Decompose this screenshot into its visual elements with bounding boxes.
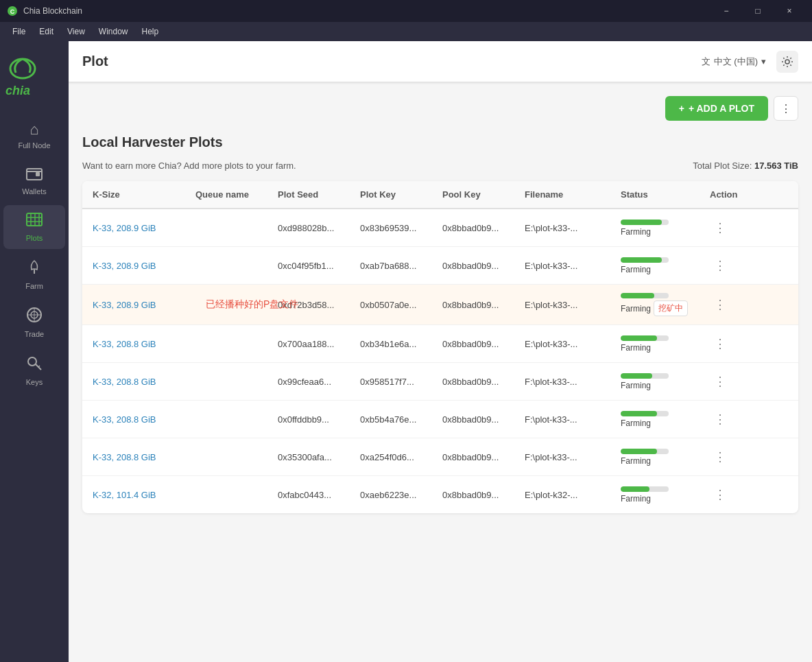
filename-cell: F:\plot-k33-... (525, 452, 621, 462)
close-button[interactable]: × (774, 0, 805, 22)
row-action-button[interactable]: ⋮ (710, 255, 730, 276)
total-size-label: Total Plot Size: (693, 161, 752, 171)
action-cell: ⋮ (710, 217, 765, 238)
ksize-cell: K-33, 208.8 GiB (93, 377, 195, 387)
row-action-button[interactable]: ⋮ (710, 294, 730, 315)
col-ksize: K-Size (93, 189, 195, 200)
table-row: K-33, 208.8 GiB 0x35300afa... 0xa254f0d6… (82, 438, 798, 476)
poolkey-cell: 0x8bbad0b9... (442, 452, 525, 462)
section-title: Local Harvester Plots (82, 134, 798, 150)
sidebar-item-farm[interactable]: Farm (3, 252, 65, 297)
table-row: K-33, 208.8 GiB 0x0ffddbb9... 0xb5b4a76e… (82, 401, 798, 438)
svg-point-16 (28, 357, 36, 366)
sidebar: chia ⌂ Full Node Wallets (0, 41, 69, 662)
section-subtitle: Want to earn more Chia? Add more plots t… (82, 161, 798, 171)
table-row: K-33, 208.8 GiB 0x99cfeaa6... 0x958517f7… (82, 363, 798, 401)
action-cell: ⋮ (710, 447, 765, 467)
table-header: K-Size Queue name Plot Seed Plot Key Poo… (82, 181, 798, 209)
plotkey-cell: 0xb5b4a76e... (360, 414, 442, 425)
sidebar-item-wallets[interactable]: Wallets (3, 159, 65, 202)
more-options-button[interactable]: ⋮ (774, 96, 798, 121)
sidebar-item-plots[interactable]: Plots (3, 205, 65, 249)
sidebar-label-plots: Plots (26, 234, 43, 242)
app-container: chia ⌂ Full Node Wallets (0, 41, 812, 662)
plotkey-cell: 0x958517f7... (360, 377, 442, 387)
language-selector[interactable]: 文 中文 (中国) ▾ (702, 56, 766, 68)
ksize-cell: K-33, 208.8 GiB (93, 452, 195, 462)
menu-help[interactable]: Help (135, 24, 166, 39)
table-row: K-33, 208.9 GiB 0xd988028b... 0x83b69539… (82, 209, 798, 247)
status-cell: Farming (621, 486, 710, 504)
filename-cell: E:\plot-k33-... (525, 261, 621, 271)
poolkey-cell: 0x8bbad0b9... (442, 339, 525, 349)
seed-cell: 0x0ffddbb9... (278, 414, 360, 425)
total-plot-size: Total Plot Size: 17.563 TiB (693, 161, 798, 171)
total-size-value: 17.563 TiB (754, 161, 798, 171)
minimize-button[interactable]: − (710, 0, 742, 22)
ksize-cell: K-32, 101.4 GiB (93, 490, 195, 500)
filename-cell: E:\plot-k33-... (525, 300, 621, 310)
status-cell: Farming (621, 373, 710, 390)
row-action-button[interactable]: ⋮ (710, 484, 730, 505)
poolkey-cell: 0x8bbad0b9... (442, 490, 525, 500)
svg-line-18 (38, 366, 40, 367)
add-plot-button[interactable]: + + ADD A PLOT (665, 96, 768, 121)
menubar: File Edit View Window Help (0, 22, 812, 41)
sidebar-item-keys[interactable]: Keys (3, 348, 65, 393)
menu-file[interactable]: File (5, 24, 32, 39)
sidebar-label-keys: Keys (26, 378, 43, 386)
sidebar-item-full-node[interactable]: ⌂ Full Node (3, 114, 65, 156)
table-row: K-33, 208.8 GiB 0x700aa188... 0xb34b1e6a… (82, 325, 798, 363)
poolkey-cell: 0x8bbad0b9... (442, 414, 525, 425)
sidebar-item-trade[interactable]: Trade (3, 300, 65, 345)
sidebar-label-trade: Trade (25, 330, 44, 338)
svg-point-19 (785, 60, 789, 64)
chevron-down-icon: ▾ (761, 56, 766, 67)
col-seed: Plot Seed (278, 189, 360, 200)
maximize-button[interactable]: □ (742, 0, 774, 22)
settings-button[interactable] (776, 51, 798, 73)
ksize-cell: K-33, 208.9 GiB (93, 223, 195, 233)
action-cell: ⋮ (710, 371, 765, 392)
content-area[interactable]: + + ADD A PLOT ⋮ Local Harvester Plots W… (69, 82, 812, 662)
menu-edit[interactable]: Edit (32, 24, 60, 39)
row-action-button[interactable]: ⋮ (710, 409, 730, 429)
filename-cell: E:\plot-k33-... (525, 339, 621, 349)
sidebar-logo: chia (0, 48, 69, 104)
sidebar-label-wallets: Wallets (22, 187, 47, 196)
menu-view[interactable]: View (60, 24, 92, 39)
row-action-button[interactable]: ⋮ (710, 217, 730, 238)
add-plot-label: + ADD A PLOT (689, 103, 754, 114)
filename-cell: F:\plot-k33-... (525, 377, 621, 387)
ksize-cell: K-33, 208.9 GiB (93, 261, 195, 271)
col-poolkey: Pool Key (442, 189, 525, 200)
seed-cell: 0x700aa188... (278, 339, 360, 349)
mining-badge: 挖矿中 (654, 300, 688, 316)
wallet-icon (26, 166, 43, 185)
row-action-button[interactable]: ⋮ (710, 371, 730, 392)
status-cell: Farming (621, 411, 710, 428)
poolkey-cell: 0x8bbad0b9... (442, 261, 525, 271)
header: Plot 文 中文 (中国) ▾ (69, 41, 812, 82)
section-header: Local Harvester Plots Want to earn more … (82, 134, 798, 171)
seed-cell: 0x99cfeaa6... (278, 377, 360, 387)
table-row: K-33, 208.9 GiB 0xc04f95fb1... 0xab7ba68… (82, 247, 798, 285)
action-cell: ⋮ (710, 409, 765, 429)
earn-more-text: Want to earn more Chia? Add more plots t… (82, 161, 296, 171)
ksize-cell: K-33, 208.9 GiB (93, 300, 195, 310)
col-filename: Filename (525, 189, 621, 200)
col-queue: Queue name (195, 189, 278, 200)
plotkey-cell: 0xab7ba688... (360, 261, 442, 271)
row-action-button[interactable]: ⋮ (710, 333, 730, 354)
app-icon: C (7, 5, 18, 16)
action-cell: ⋮ (710, 484, 765, 505)
chia-logo-svg (5, 54, 40, 81)
row-annotation-text: 已经播种好的P盘文件 (206, 298, 298, 311)
ksize-cell: K-33, 208.8 GiB (93, 414, 195, 425)
status-cell: Farming (621, 220, 710, 237)
status-cell: Farming (621, 335, 710, 353)
row-action-button[interactable]: ⋮ (710, 447, 730, 467)
plotkey-cell: 0xb0507a0e... (360, 300, 442, 310)
menu-window[interactable]: Window (92, 24, 135, 39)
trade-icon (26, 307, 43, 327)
